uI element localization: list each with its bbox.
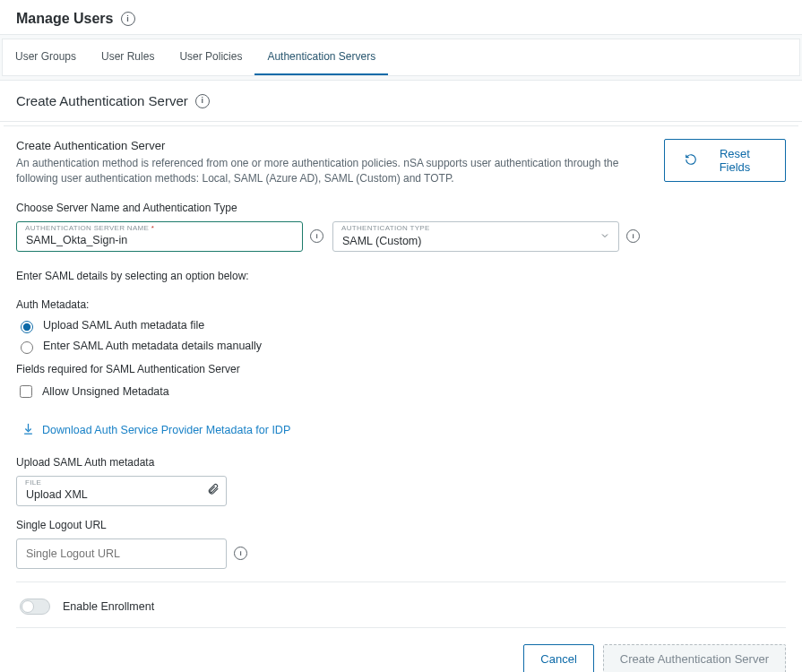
create-auth-server-button[interactable]: Create Authentication Server: [603, 644, 786, 672]
tabbar: User GroupsUser RulesUser PoliciesAuthen…: [2, 39, 800, 76]
info-icon[interactable]: [121, 12, 135, 26]
upload-file-field: File: [16, 476, 227, 506]
info-icon[interactable]: [195, 94, 210, 108]
upload-file-label: File: [25, 478, 41, 487]
reset-label: Reset Fields: [704, 147, 765, 174]
auth-meta-manual-text: Enter SAML Auth metadata details manuall…: [43, 340, 262, 352]
upload-section-label: Upload SAML Auth metadata: [16, 456, 786, 469]
tab-authentication-servers[interactable]: Authentication Servers: [254, 39, 388, 75]
cancel-label: Cancel: [540, 652, 576, 666]
enable-enrollment-row: Enable Enrollment: [20, 599, 786, 615]
tab-user-policies[interactable]: User Policies: [167, 39, 254, 75]
auth-metadata-label: Auth Metadata:: [16, 298, 786, 311]
cancel-button[interactable]: Cancel: [523, 644, 593, 672]
auth-meta-manual-option[interactable]: Enter SAML Auth metadata details manuall…: [16, 339, 786, 354]
panel-intro: Create Authentication Server An authenti…: [16, 139, 650, 187]
slo-section-label: Single Logout URL: [16, 519, 786, 531]
reset-fields-button[interactable]: Reset Fields: [664, 139, 786, 182]
form-panel: Create Authentication Server An authenti…: [4, 125, 798, 628]
allow-unsigned-option[interactable]: Allow Unsigned Metadata: [16, 383, 786, 401]
saml-intro-label: Enter SAML details by selecting an optio…: [16, 270, 786, 282]
enable-enrollment-label: Enable Enrollment: [63, 600, 154, 613]
auth-meta-upload-text: Upload SAML Auth metadata file: [43, 319, 204, 332]
server-name-col: Authentication Server Name: [16, 221, 323, 252]
reset-icon: [685, 153, 697, 168]
auth-type-value: SAML (Custom): [342, 235, 421, 247]
upload-file-input[interactable]: [16, 476, 227, 506]
auth-type-col: Authentication Type SAML (Custom): [332, 221, 640, 252]
auth-type-field: Authentication Type SAML (Custom): [332, 221, 619, 252]
download-sp-metadata-text: Download Auth Service Provider Metadata …: [42, 424, 290, 436]
panel-top: Create Authentication Server An authenti…: [16, 139, 786, 187]
intro-desc: An authentication method is referenced f…: [16, 156, 650, 187]
name-type-row: Authentication Server Name Authenticatio…: [16, 221, 786, 252]
download-icon: [22, 422, 35, 438]
app-root: Manage Users User GroupsUser RulesUser P…: [0, 0, 802, 672]
info-icon[interactable]: [234, 547, 247, 560]
tab-user-rules[interactable]: User Rules: [89, 39, 167, 75]
info-icon[interactable]: [310, 229, 323, 243]
create-label: Create Authentication Server: [620, 652, 769, 666]
divider: [16, 627, 786, 628]
allow-unsigned-checkbox[interactable]: [20, 385, 32, 398]
info-icon[interactable]: [626, 229, 640, 243]
auth-meta-upload-option[interactable]: Upload SAML Auth metadata file: [16, 318, 786, 333]
slo-input[interactable]: [16, 538, 227, 569]
page-title: Manage Users: [16, 11, 114, 27]
slo-row: [16, 538, 786, 569]
intro-title: Create Authentication Server: [16, 139, 650, 152]
server-name-field: Authentication Server Name: [16, 221, 303, 252]
footer: Cancel Create Authentication Server: [0, 632, 802, 672]
required-fields-label: Fields required for SAML Authentication …: [16, 363, 786, 375]
divider: [16, 582, 786, 582]
server-name-label: Authentication Server Name: [25, 224, 154, 232]
page-title-row: Manage Users: [0, 0, 802, 34]
attachment-icon[interactable]: [207, 483, 220, 499]
section-title: Create Authentication Server: [16, 93, 188, 108]
enable-enrollment-toggle[interactable]: [20, 599, 50, 615]
auth-type-label: Authentication Type: [341, 224, 430, 232]
auth-meta-upload-radio[interactable]: [21, 321, 33, 333]
choose-label: Choose Server Name and Authentication Ty…: [16, 202, 786, 214]
download-sp-metadata-link[interactable]: Download Auth Service Provider Metadata …: [22, 422, 290, 438]
slo-field: [16, 538, 227, 569]
auth-meta-manual-radio[interactable]: [21, 341, 33, 354]
section-head: Create Authentication Server: [0, 81, 802, 122]
tabs-band: User GroupsUser RulesUser PoliciesAuthen…: [0, 34, 802, 81]
tab-user-groups[interactable]: User Groups: [3, 39, 89, 75]
allow-unsigned-text: Allow Unsigned Metadata: [42, 385, 169, 398]
